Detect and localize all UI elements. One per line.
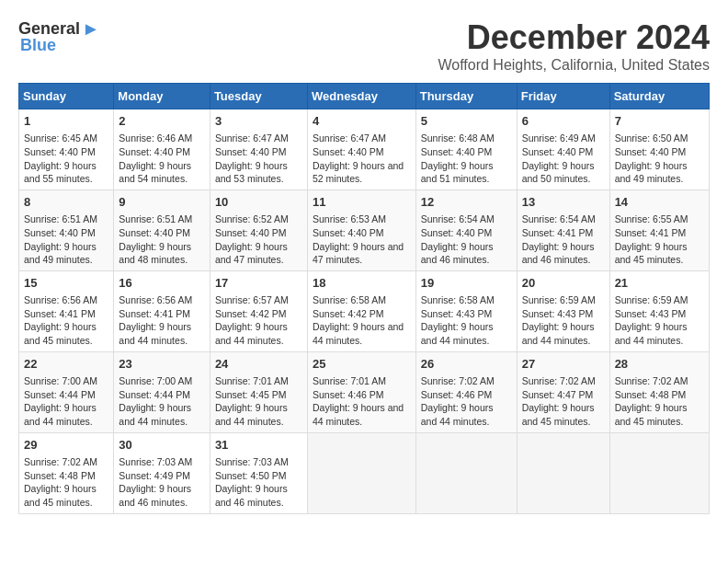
week-row-4: 22Sunrise: 7:00 AMSunset: 4:44 PMDayligh… <box>19 351 710 432</box>
header-row: SundayMondayTuesdayWednesdayThursdayFrid… <box>19 84 710 109</box>
sunrise-text: Sunrise: 7:02 AM <box>522 374 605 388</box>
sunset-text: Sunset: 4:40 PM <box>421 226 512 240</box>
day-number: 4 <box>313 113 411 130</box>
calendar-cell: 2Sunrise: 6:46 AMSunset: 4:40 PMDaylight… <box>114 109 210 190</box>
day-number: 27 <box>522 356 605 373</box>
calendar-cell: 21Sunrise: 6:59 AMSunset: 4:43 PMDayligh… <box>609 270 709 351</box>
sunrise-text: Sunrise: 7:02 AM <box>421 374 512 388</box>
calendar-cell: 29Sunrise: 7:02 AMSunset: 4:48 PMDayligh… <box>19 432 114 513</box>
sunrise-text: Sunrise: 6:56 AM <box>119 293 205 307</box>
page-header: General ► Blue December 2024 Wofford Hei… <box>18 18 710 74</box>
daylight-text: Daylight: 9 hours and 44 minutes. <box>215 320 302 347</box>
sunset-text: Sunset: 4:44 PM <box>119 388 205 402</box>
calendar-cell: 20Sunrise: 6:59 AMSunset: 4:43 PMDayligh… <box>517 270 609 351</box>
day-number: 22 <box>24 356 108 373</box>
daylight-text: Daylight: 9 hours and 48 minutes. <box>119 240 205 267</box>
week-row-5: 29Sunrise: 7:02 AMSunset: 4:48 PMDayligh… <box>19 432 710 513</box>
sunrise-text: Sunrise: 6:48 AM <box>421 132 512 145</box>
daylight-text: Daylight: 9 hours and 44 minutes. <box>313 401 411 428</box>
day-number: 13 <box>522 194 605 211</box>
sunrise-text: Sunrise: 6:59 AM <box>615 293 704 307</box>
calendar-cell: 25Sunrise: 7:01 AMSunset: 4:46 PMDayligh… <box>307 351 415 432</box>
daylight-text: Daylight: 9 hours and 53 minutes. <box>215 159 302 186</box>
logo-icon: ► <box>82 18 100 40</box>
day-number: 1 <box>24 113 108 130</box>
week-row-3: 15Sunrise: 6:56 AMSunset: 4:41 PMDayligh… <box>19 270 710 351</box>
sunrise-text: Sunrise: 7:02 AM <box>615 374 704 388</box>
sunset-text: Sunset: 4:40 PM <box>119 226 205 240</box>
calendar-cell: 16Sunrise: 6:56 AMSunset: 4:41 PMDayligh… <box>114 270 210 351</box>
daylight-text: Daylight: 9 hours and 47 minutes. <box>313 240 411 267</box>
sunset-text: Sunset: 4:49 PM <box>119 469 205 483</box>
day-number: 24 <box>215 356 302 373</box>
month-title: December 2024 <box>438 18 710 57</box>
daylight-text: Daylight: 9 hours and 50 minutes. <box>522 159 605 186</box>
sunrise-text: Sunrise: 6:59 AM <box>522 293 605 307</box>
sunset-text: Sunset: 4:40 PM <box>421 145 512 159</box>
calendar-cell: 24Sunrise: 7:01 AMSunset: 4:45 PMDayligh… <box>210 351 307 432</box>
sunset-text: Sunset: 4:43 PM <box>615 307 704 321</box>
calendar-cell: 23Sunrise: 7:00 AMSunset: 4:44 PMDayligh… <box>114 351 210 432</box>
day-number: 2 <box>119 113 205 130</box>
calendar-cell: 8Sunrise: 6:51 AMSunset: 4:40 PMDaylight… <box>19 190 114 270</box>
calendar-cell: 14Sunrise: 6:55 AMSunset: 4:41 PMDayligh… <box>609 190 709 270</box>
sunset-text: Sunset: 4:40 PM <box>24 145 108 159</box>
sunset-text: Sunset: 4:41 PM <box>522 226 605 240</box>
sunrise-text: Sunrise: 6:47 AM <box>215 132 302 145</box>
day-number: 29 <box>24 437 108 454</box>
sunrise-text: Sunrise: 6:52 AM <box>215 213 302 226</box>
day-number: 14 <box>615 194 704 211</box>
day-number: 12 <box>421 194 512 211</box>
sunset-text: Sunset: 4:40 PM <box>313 226 411 240</box>
sunset-text: Sunset: 4:48 PM <box>24 469 108 483</box>
sunrise-text: Sunrise: 7:01 AM <box>215 374 302 388</box>
sunset-text: Sunset: 4:40 PM <box>119 145 205 159</box>
sunrise-text: Sunrise: 6:45 AM <box>24 132 108 145</box>
header-tuesday: Tuesday <box>210 84 307 109</box>
sunrise-text: Sunrise: 7:00 AM <box>119 374 205 388</box>
daylight-text: Daylight: 9 hours and 44 minutes. <box>421 320 512 347</box>
calendar-cell: 1Sunrise: 6:45 AMSunset: 4:40 PMDaylight… <box>19 109 114 190</box>
header-wednesday: Wednesday <box>307 84 415 109</box>
sunrise-text: Sunrise: 6:47 AM <box>313 132 411 145</box>
logo: General ► Blue <box>18 18 100 55</box>
calendar-cell: 11Sunrise: 6:53 AMSunset: 4:40 PMDayligh… <box>307 190 415 270</box>
sunrise-text: Sunrise: 6:55 AM <box>615 213 704 226</box>
daylight-text: Daylight: 9 hours and 49 minutes. <box>615 159 704 186</box>
sunset-text: Sunset: 4:50 PM <box>215 469 302 483</box>
day-number: 5 <box>421 113 512 130</box>
day-number: 17 <box>215 275 302 292</box>
sunrise-text: Sunrise: 6:54 AM <box>522 213 605 226</box>
day-number: 20 <box>522 275 605 292</box>
sunset-text: Sunset: 4:40 PM <box>215 226 302 240</box>
sunset-text: Sunset: 4:42 PM <box>313 307 411 321</box>
daylight-text: Daylight: 9 hours and 55 minutes. <box>24 159 108 186</box>
daylight-text: Daylight: 9 hours and 54 minutes. <box>119 159 205 186</box>
calendar-cell: 30Sunrise: 7:03 AMSunset: 4:49 PMDayligh… <box>114 432 210 513</box>
calendar-cell: 27Sunrise: 7:02 AMSunset: 4:47 PMDayligh… <box>517 351 609 432</box>
daylight-text: Daylight: 9 hours and 46 minutes. <box>421 240 512 267</box>
calendar-cell: 12Sunrise: 6:54 AMSunset: 4:40 PMDayligh… <box>415 190 517 270</box>
header-sunday: Sunday <box>19 84 114 109</box>
calendar-table: SundayMondayTuesdayWednesdayThursdayFrid… <box>18 83 710 514</box>
daylight-text: Daylight: 9 hours and 46 minutes. <box>215 482 302 509</box>
sunrise-text: Sunrise: 6:58 AM <box>313 293 411 307</box>
daylight-text: Daylight: 9 hours and 44 minutes. <box>24 401 108 428</box>
header-friday: Friday <box>517 84 609 109</box>
header-thursday: Thursday <box>415 84 517 109</box>
day-number: 6 <box>522 113 605 130</box>
sunset-text: Sunset: 4:40 PM <box>522 145 605 159</box>
sunset-text: Sunset: 4:44 PM <box>24 388 108 402</box>
daylight-text: Daylight: 9 hours and 44 minutes. <box>215 401 302 428</box>
calendar-cell: 22Sunrise: 7:00 AMSunset: 4:44 PMDayligh… <box>19 351 114 432</box>
day-number: 21 <box>615 275 704 292</box>
daylight-text: Daylight: 9 hours and 52 minutes. <box>313 159 411 186</box>
sunrise-text: Sunrise: 6:46 AM <box>119 132 205 145</box>
header-monday: Monday <box>114 84 210 109</box>
logo-text-blue: Blue <box>18 36 56 55</box>
sunrise-text: Sunrise: 7:02 AM <box>24 455 108 469</box>
day-number: 3 <box>215 113 302 130</box>
calendar-cell: 26Sunrise: 7:02 AMSunset: 4:46 PMDayligh… <box>415 351 517 432</box>
sunrise-text: Sunrise: 7:03 AM <box>119 455 205 469</box>
daylight-text: Daylight: 9 hours and 46 minutes. <box>522 240 605 267</box>
